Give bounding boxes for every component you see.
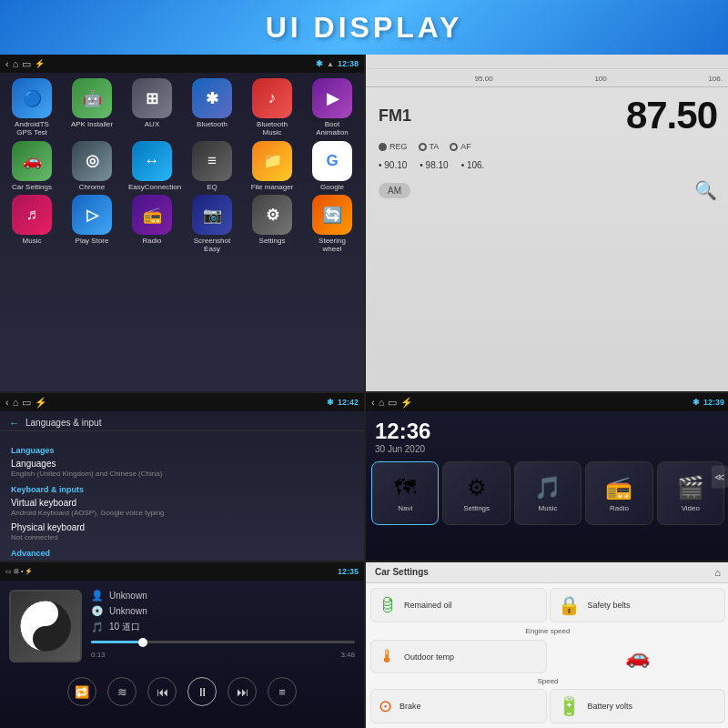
app-img: ▷ [72, 195, 112, 235]
playlist-button[interactable]: ≡ [268, 677, 297, 706]
svg-point-2 [41, 609, 50, 618]
battery-icon: 🔋 [558, 695, 581, 717]
home-clock-section: 12:36 30 Jun 2020 [366, 411, 728, 458]
keyboard-header: Keyboard & inputs [11, 485, 353, 494]
ad-bt: ✱ [316, 59, 323, 68]
app-file-manager[interactable]: 📁File manager [244, 141, 300, 192]
app-music[interactable]: ♬Music [4, 195, 60, 254]
car-battery[interactable]: 🔋 Battery volts [550, 689, 726, 723]
app-play-store[interactable]: ▷Play Store [64, 195, 120, 254]
lang-back-arrow[interactable]: ← [9, 417, 20, 430]
app-label: Play Store [76, 238, 109, 246]
fm-search-btn[interactable]: 🔍 [694, 179, 717, 201]
home-sb-left: ‹ ⌂ ▭ ⚡ [371, 397, 413, 409]
tile-icon: 🎬 [677, 475, 704, 500]
physical-kb-item[interactable]: Physical keyboard Not connected [11, 522, 353, 541]
app-img: 🔵 [12, 78, 52, 118]
header-title: UI DISPLAY [266, 11, 463, 45]
tile-icon: 📻 [605, 475, 632, 500]
lang-languages-header: Languages [11, 446, 353, 455]
car-settings-header: Car Settings ⌂ [366, 562, 728, 583]
fm-preset-90[interactable]: • 90.10 [379, 160, 407, 170]
music-progress[interactable] [91, 641, 355, 643]
car-outdoor-temp[interactable]: 🌡 Outdoor temp [370, 640, 547, 673]
reg-option[interactable]: REG [379, 142, 408, 151]
app-label: File manager [251, 184, 294, 192]
lang-sb-back[interactable]: ‹ [5, 397, 9, 408]
app-google[interactable]: GGoogle [304, 141, 360, 192]
tile-music[interactable]: 🎵Music [514, 461, 581, 525]
fm-preset-98[interactable]: • 98.10 [420, 160, 448, 170]
app-screenshot-easy[interactable]: 📷Screenshot Easy [184, 195, 240, 254]
car-safety-belts[interactable]: 🔒 Safety belts [550, 588, 726, 622]
car-remained-oil[interactable]: 🛢 Remained oil [370, 588, 547, 622]
equalizer-button[interactable]: ≋ [107, 677, 136, 706]
app-boot-animation[interactable]: ▶Boot Animation [304, 78, 360, 137]
af-option[interactable]: AF [450, 142, 471, 151]
ta-option[interactable]: TA [419, 142, 440, 151]
app-label: Chrome [79, 184, 105, 192]
tile-icon: ⚙ [467, 475, 487, 500]
lang-settings: Languages Languages English (United King… [0, 431, 364, 561]
next-button[interactable]: ⏭ [228, 677, 257, 706]
tile-settings[interactable]: ⚙Settings [442, 461, 510, 525]
app-img: ↔ [132, 141, 172, 181]
tile-radio[interactable]: 📻Radio [585, 461, 652, 525]
ad-home[interactable]: ⌂ [13, 58, 19, 69]
prev-button[interactable]: ⏮ [147, 677, 177, 706]
app-radio[interactable]: 📻Radio [124, 195, 180, 254]
app-img: ♪ [252, 78, 292, 118]
advanced-header: Advanced [11, 549, 353, 558]
app-bluetooth-music[interactable]: ♪Bluetooth Music [244, 78, 300, 137]
oil-label: Remained oil [404, 601, 452, 610]
lang-languages-item[interactable]: Languages English (United Kingdom) and C… [11, 459, 353, 478]
app-androidts-gps-test[interactable]: 🔵AndroidTS GPS Test [4, 78, 60, 137]
bottom-right-container: ‹ ⌂ ▭ ⚡ ✱ 12:39 12:36 30 Jun 2020 🗺Navi⚙… [366, 393, 728, 728]
lang-sb-usb: ⚡ [35, 397, 47, 409]
progress-dot[interactable] [138, 638, 147, 647]
virtual-kb-item[interactable]: Virtual keyboard Android Keyboard (AOSP)… [11, 498, 353, 517]
home-arrow-btn[interactable]: ≪ [712, 466, 728, 489]
tile-label: Navi [398, 504, 412, 512]
brake-label: Brake [399, 702, 421, 711]
home-sb: ‹ ⌂ ▭ ⚡ ✱ 12:39 [366, 393, 728, 411]
home-sb-square[interactable]: ▭ [388, 397, 397, 409]
music-track-row: 🎵 10 道口 [91, 621, 355, 633]
car-brake[interactable]: ⊙ Brake [370, 689, 547, 723]
fm-bottom-row: AM 🔍 [379, 179, 717, 201]
oil-icon: 🛢 [379, 595, 397, 616]
am-toggle-btn[interactable]: AM [379, 183, 410, 198]
app-apk-installer[interactable]: 🤖APK Installer [64, 78, 120, 137]
fm-preset-106[interactable]: • 106. [461, 160, 485, 170]
home-sb-back[interactable]: ‹ [371, 397, 375, 408]
play-pause-button[interactable]: ⏸ [187, 677, 217, 706]
app-easyconnection[interactable]: ↔EasyConnection [124, 141, 180, 192]
app-car-settings[interactable]: 🚗Car Settings [4, 141, 60, 192]
reg-radio [379, 143, 387, 151]
app-steering-wheel[interactable]: 🔄Steering wheel [304, 195, 360, 254]
app-bluetooth[interactable]: ✱Bluetooth [184, 78, 240, 137]
app-img: ◎ [72, 141, 112, 181]
lang-sb-square[interactable]: ▭ [22, 397, 31, 409]
ad-square[interactable]: ▭ [22, 58, 31, 70]
app-label: AndroidTS GPS Test [8, 121, 56, 137]
ad-back[interactable]: ‹ [5, 58, 9, 69]
car-home-icon[interactable]: ⌂ [714, 567, 721, 578]
app-aux[interactable]: ⊞AUX [124, 78, 180, 137]
app-chrome[interactable]: ◎Chrome [64, 141, 120, 192]
repeat-button[interactable]: 🔁 [67, 677, 96, 706]
lang-sb-bt: ✱ [327, 398, 334, 407]
app-settings[interactable]: ⚙Settings [244, 195, 300, 254]
app-img: G [312, 141, 352, 181]
app-label: Bluetooth [197, 121, 228, 129]
af-radio [450, 143, 458, 151]
app-eq[interactable]: ≡EQ [184, 141, 240, 192]
music-album: Unknown [109, 606, 147, 616]
home-sb-home[interactable]: ⌂ [379, 397, 385, 408]
tile-navi[interactable]: 🗺Navi [371, 461, 439, 525]
physical-kb-desc: Not connected [11, 533, 353, 541]
tile-label: Video [682, 504, 700, 512]
music-controls: 🔁 ≋ ⏮ ⏸ ⏭ ≡ [0, 672, 364, 712]
music-time-row: 0:13 3:48 [91, 651, 355, 659]
lang-sb-home[interactable]: ⌂ [13, 397, 19, 408]
